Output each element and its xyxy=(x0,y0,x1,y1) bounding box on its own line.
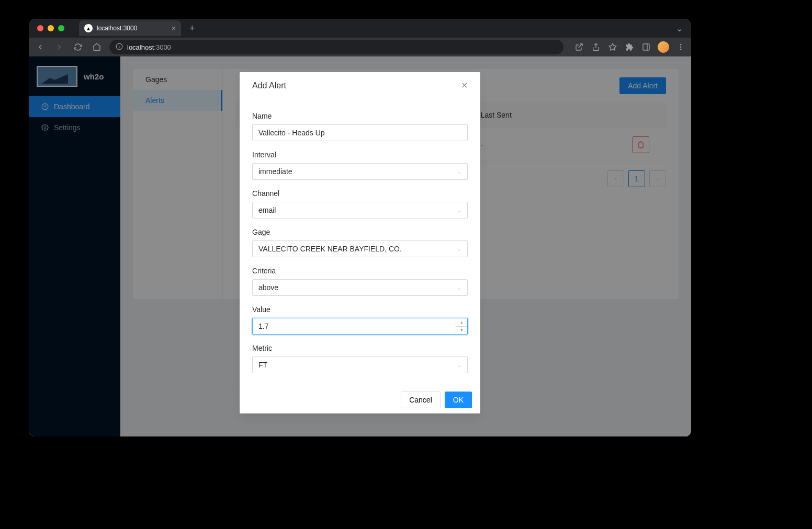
criteria-select[interactable]: above ⌄ xyxy=(252,279,468,296)
home-button[interactable] xyxy=(91,41,103,53)
share-icon[interactable] xyxy=(591,42,601,52)
ok-button[interactable]: OK xyxy=(445,392,472,408)
tab-overflow-icon[interactable]: ⌄ xyxy=(676,24,683,33)
chevron-down-icon: ⌄ xyxy=(457,208,461,213)
close-tab-button[interactable]: × xyxy=(172,24,176,32)
url-bar[interactable]: localhost:3000 xyxy=(109,40,563,54)
metric-label: Metric xyxy=(252,344,468,352)
value-label: Value xyxy=(252,305,468,314)
browser-toolbar: localhost:3000 xyxy=(29,38,691,56)
profile-avatar[interactable] xyxy=(658,41,669,53)
window-controls xyxy=(37,25,64,31)
metric-select[interactable]: FT ⌄ xyxy=(252,356,468,373)
svg-marker-3 xyxy=(609,43,616,50)
modal-title: Add Alert xyxy=(252,81,286,90)
channel-value: email xyxy=(258,206,276,214)
menu-icon[interactable] xyxy=(675,42,686,52)
svg-rect-4 xyxy=(643,44,649,50)
new-tab-button[interactable]: + xyxy=(189,23,195,34)
interval-select[interactable]: immediate ⌄ xyxy=(252,163,468,180)
tab-favicon-icon: ▲ xyxy=(84,24,93,32)
gage-label: Gage xyxy=(252,228,468,236)
tab-title: localhost:3000 xyxy=(97,25,137,32)
channel-select[interactable]: email ⌄ xyxy=(252,202,468,218)
modal-overlay[interactable]: Add Alert ✕ Name Interval immediate ⌄ xyxy=(29,56,691,436)
site-info-icon[interactable] xyxy=(116,43,123,52)
interval-value: immediate xyxy=(258,167,292,176)
page-content: wh2o Dashboard Settings Gages Alerts Add… xyxy=(29,56,691,436)
cancel-button[interactable]: Cancel xyxy=(401,392,441,408)
reload-button[interactable] xyxy=(72,41,84,53)
svg-point-8 xyxy=(680,49,682,50)
close-icon[interactable]: ✕ xyxy=(461,80,468,90)
metric-value: FT xyxy=(258,361,267,369)
browser-window: ▲ localhost:3000 × + ⌄ localhost:3000 xyxy=(29,19,691,436)
chevron-down-icon: ⌄ xyxy=(457,246,461,252)
gage-value: VALLECITO CREEK NEAR BAYFIELD, CO. xyxy=(258,245,402,253)
increment-button[interactable]: ▲ xyxy=(456,318,467,327)
name-label: Name xyxy=(252,112,468,120)
chevron-down-icon: ⌄ xyxy=(457,169,461,175)
back-button[interactable] xyxy=(34,41,47,53)
interval-label: Interval xyxy=(252,151,468,159)
add-alert-modal: Add Alert ✕ Name Interval immediate ⌄ xyxy=(240,72,480,413)
svg-point-6 xyxy=(680,44,682,45)
browser-titlebar: ▲ localhost:3000 × + ⌄ xyxy=(29,19,691,38)
browser-tab[interactable]: ▲ localhost:3000 × xyxy=(79,20,181,36)
minimize-window-button[interactable] xyxy=(48,25,54,31)
url-text: localhost:3000 xyxy=(127,43,171,51)
gage-select[interactable]: VALLECITO CREEK NEAR BAYFIELD, CO. ⌄ xyxy=(252,240,468,257)
name-input[interactable] xyxy=(252,124,468,141)
panel-icon[interactable] xyxy=(641,42,651,52)
chevron-down-icon: ⌄ xyxy=(457,285,461,291)
criteria-label: Criteria xyxy=(252,267,468,275)
criteria-value: above xyxy=(258,283,278,292)
maximize-window-button[interactable] xyxy=(58,25,64,31)
svg-point-7 xyxy=(680,47,682,48)
channel-label: Channel xyxy=(252,189,468,198)
decrement-button[interactable]: ▼ xyxy=(456,327,467,335)
bookmark-icon[interactable] xyxy=(607,42,618,52)
extensions-icon[interactable] xyxy=(624,42,635,52)
forward-button[interactable] xyxy=(53,41,65,53)
open-external-icon[interactable] xyxy=(574,42,584,52)
close-window-button[interactable] xyxy=(37,25,43,31)
value-input[interactable] xyxy=(252,318,468,335)
chevron-down-icon: ⌄ xyxy=(457,362,461,368)
